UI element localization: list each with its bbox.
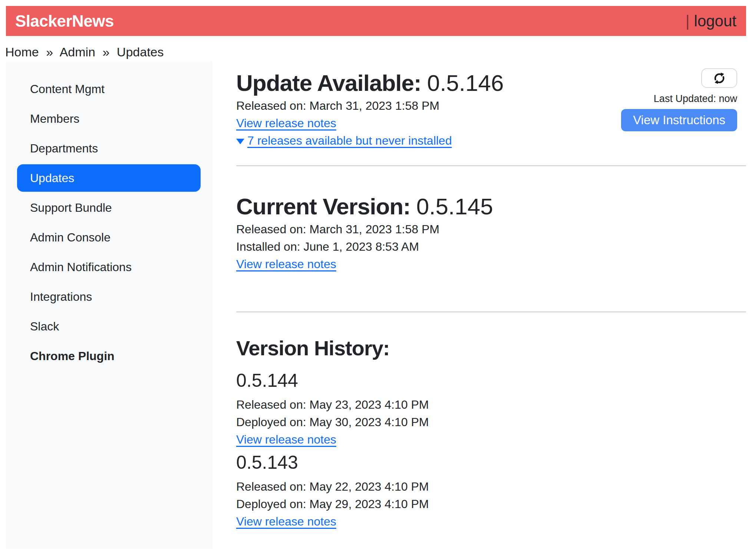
version-history-entry: 0.5.144 Released on: May 23, 2023 4:10 P… <box>236 370 746 448</box>
page: SlackerNews | logout Home » Admin » Upda… <box>0 0 752 560</box>
version-history-title: Version History: <box>236 335 746 361</box>
logout-area: | logout <box>686 12 736 30</box>
history-deployed-on: Deployed on: May 30, 2023 4:10 PM <box>236 414 746 431</box>
version-history-entry: 0.5.143 Released on: May 22, 2023 4:10 P… <box>236 452 746 530</box>
sidebar-item-updates[interactable]: Updates <box>17 164 201 192</box>
current-installed-on: Installed on: June 1, 2023 8:53 AM <box>236 238 746 256</box>
history-released-on: Released on: May 23, 2023 4:10 PM <box>236 396 746 414</box>
sidebar-item-label: Support Bundle <box>30 201 112 215</box>
sidebar-item-label: Content Mgmt <box>30 82 105 96</box>
logout-link[interactable]: logout <box>694 12 736 30</box>
sidebar-item-label: Chrome Plugin <box>30 349 115 363</box>
releases-toggle-link[interactable]: 7 releases available but never installed <box>247 132 452 149</box>
sidebar-item-admin-console[interactable]: Admin Console <box>6 223 212 252</box>
sidebar-item-support-bundle[interactable]: Support Bundle <box>6 193 212 223</box>
content-area: Update Available:0.5.146 Released on: Ma… <box>212 61 746 549</box>
sidebar-item-label: Updates <box>30 171 74 185</box>
sidebar-item-label: Departments <box>30 142 98 155</box>
sidebar-item-members[interactable]: Members <box>6 104 212 134</box>
brand-logo[interactable]: SlackerNews <box>15 12 114 30</box>
breadcrumb-admin[interactable]: Admin <box>60 45 95 59</box>
app-header: SlackerNews | logout <box>6 6 746 36</box>
refresh-column: Last Updated: now View Instructions <box>621 68 737 131</box>
view-instructions-button[interactable]: View Instructions <box>621 109 737 131</box>
sidebar-item-content-mgmt[interactable]: Content Mgmt <box>6 74 212 104</box>
sidebar-item-label: Slack <box>30 320 59 333</box>
section-divider <box>236 312 746 312</box>
update-release-notes-link[interactable]: View release notes <box>236 115 336 132</box>
current-released-on: Released on: March 31, 2023 1:58 PM <box>236 221 746 238</box>
sidebar-item-chrome-plugin[interactable]: Chrome Plugin <box>6 341 212 371</box>
sidebar-item-admin-notifications[interactable]: Admin Notifications <box>6 252 212 282</box>
sidebar: Content Mgmt Members Departments Updates… <box>6 61 212 549</box>
current-version-label: Current Version: <box>236 194 410 219</box>
current-version-number: 0.5.145 <box>416 194 493 219</box>
update-available-version: 0.5.146 <box>427 70 504 96</box>
history-version-number: 0.5.144 <box>236 370 746 391</box>
releases-toggle-row: 7 releases available but never installed <box>236 132 504 149</box>
history-released-on: Released on: May 22, 2023 4:10 PM <box>236 478 746 495</box>
update-available-title: Update Available:0.5.146 <box>236 69 504 97</box>
caret-down-icon <box>236 139 244 144</box>
main-layout: Content Mgmt Members Departments Updates… <box>6 61 746 549</box>
update-released-on: Released on: March 31, 2023 1:58 PM <box>236 97 504 115</box>
current-version-section: Current Version:0.5.145 Released on: Mar… <box>236 192 746 273</box>
breadcrumb-separator: » <box>102 45 109 59</box>
sidebar-item-label: Admin Notifications <box>30 260 132 274</box>
sidebar-item-label: Members <box>30 112 79 126</box>
sidebar-item-label: Admin Console <box>30 231 111 244</box>
history-deployed-on: Deployed on: May 29, 2023 4:10 PM <box>236 495 746 513</box>
breadcrumb-separator: » <box>46 45 53 59</box>
header-pipe-separator: | <box>686 12 690 30</box>
update-available-label: Update Available: <box>236 70 421 96</box>
current-version-title: Current Version:0.5.145 <box>236 192 746 221</box>
refresh-icon <box>712 71 726 85</box>
history-release-notes-link[interactable]: View release notes <box>236 431 336 448</box>
version-history-section: Version History: 0.5.144 Released on: Ma… <box>236 335 746 530</box>
history-release-notes-link[interactable]: View release notes <box>236 513 336 530</box>
sidebar-item-slack[interactable]: Slack <box>6 312 212 341</box>
breadcrumb-home[interactable]: Home <box>5 45 39 59</box>
sidebar-item-integrations[interactable]: Integrations <box>6 282 212 312</box>
breadcrumb: Home » Admin » Updates <box>5 45 746 59</box>
sidebar-item-departments[interactable]: Departments <box>6 134 212 163</box>
update-available-section: Update Available:0.5.146 Released on: Ma… <box>236 61 504 149</box>
refresh-button[interactable] <box>701 68 737 88</box>
section-divider <box>236 165 746 166</box>
last-updated-text: Last Updated: now <box>654 93 737 105</box>
history-version-number: 0.5.143 <box>236 452 746 473</box>
sidebar-item-label: Integrations <box>30 290 92 304</box>
current-release-notes-link[interactable]: View release notes <box>236 256 336 273</box>
breadcrumb-updates: Updates <box>117 45 164 59</box>
